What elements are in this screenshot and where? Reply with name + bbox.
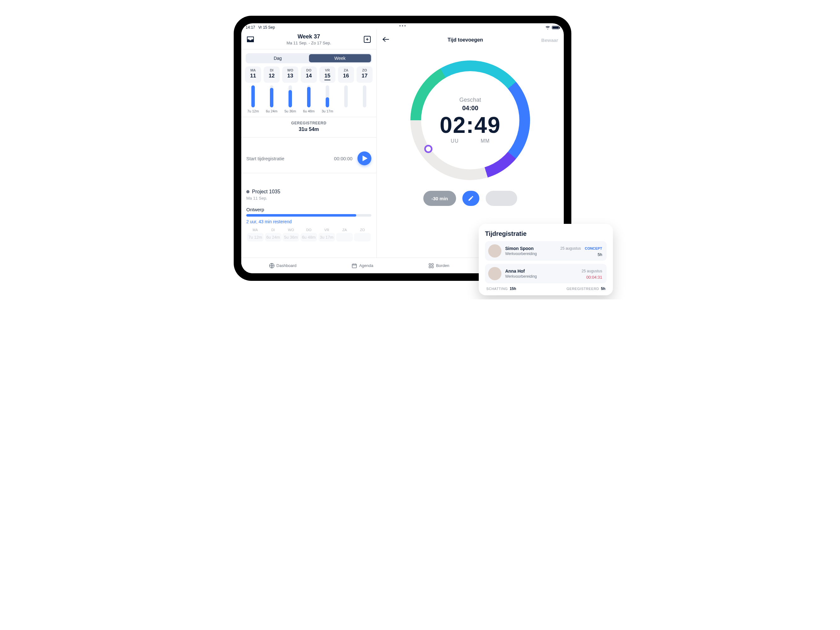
mini-day-label: ZA (336, 228, 354, 232)
segment-dag[interactable]: Dag (246, 54, 309, 62)
mini-week-row: MA7u 12mDI6u 24mWO5u 36mDO6u 48mVR3u 17m… (246, 228, 371, 241)
day-number: 15 (324, 73, 330, 80)
mini-day-value: 7u 12m (247, 233, 264, 241)
plus-30-button-hidden[interactable] (486, 191, 517, 206)
project-date: Ma 11 Sep. (246, 196, 371, 200)
bottom-nav: Dashboard Agenda Borden Tijdregistr (241, 258, 377, 272)
day-duration: 7u 12m (245, 109, 261, 113)
nav-dashboard[interactable]: Dashboard (269, 263, 297, 269)
nav-agenda[interactable]: Agenda (352, 263, 373, 269)
bar-fill (270, 88, 273, 107)
globe-icon (269, 263, 275, 269)
remaining-label: 2 uur, 43 min resterend (246, 219, 371, 224)
avatar (488, 267, 501, 280)
back-button[interactable] (382, 36, 389, 43)
day-number: 16 (338, 73, 354, 79)
day-number: 17 (357, 73, 373, 79)
save-button[interactable]: Bewaar (542, 38, 558, 43)
inbox-icon[interactable] (246, 35, 254, 43)
day-duration (357, 109, 373, 113)
play-button[interactable] (357, 151, 371, 165)
time-dial[interactable]: Geschat 04:00 02:49 UU MM (411, 60, 530, 180)
day-cell[interactable]: DO14 (301, 66, 317, 83)
summary-label: GEREGISTREERD (241, 121, 376, 125)
day-number: 12 (264, 73, 280, 79)
pencil-icon (468, 195, 474, 202)
project-name: Project 1035 (252, 189, 280, 195)
overlay-est-label: SCHATTING (486, 287, 508, 291)
calendar-icon (352, 263, 357, 269)
entry-row[interactable]: Simon Spoon Werkvoorbereiding 25 augustu… (485, 241, 606, 261)
day-cell[interactable]: ZO17 (357, 66, 373, 83)
day-abbr: ZO (357, 68, 373, 72)
entry-row[interactable]: Anna Hof Werkvoorbereiding 25 augustus 0… (485, 264, 606, 284)
summary-registered: GEREGISTREERD 31u 54m (241, 117, 376, 138)
mini-day-label: VR (318, 228, 336, 232)
add-button[interactable] (363, 35, 371, 43)
dial-center: Geschat 04:00 02:49 UU MM (421, 71, 519, 169)
bar-track (326, 85, 329, 107)
plus-icon (364, 36, 371, 43)
mini-day-value (354, 233, 371, 241)
view-segment: Dag Week (246, 53, 372, 63)
day-duration (338, 109, 354, 113)
entry-sub: Werkvoorbereiding (505, 274, 578, 279)
day-abbr: ZA (338, 68, 354, 72)
summary-value: 31u 54m (241, 126, 376, 132)
overlay-title: Tijdregistratie (485, 230, 606, 238)
minus-30-button[interactable]: -30 min (423, 191, 456, 206)
mini-day-value: 6u 48m (300, 233, 317, 241)
day-duration: 5u 36m (282, 109, 298, 113)
wifi-icon (546, 26, 550, 29)
entry-hours: 5h (560, 252, 602, 257)
day-cell[interactable]: ZA16 (338, 66, 354, 83)
status-bar: 14:17 Vr 15 Sep (241, 23, 564, 30)
mini-day-value: 5u 36m (283, 233, 299, 241)
day-abbr: WO (282, 68, 298, 72)
day-duration: 6u 24m (264, 109, 280, 113)
day-cell[interactable]: DI12 (264, 66, 280, 83)
unit-mm: MM (481, 138, 490, 144)
time-registration-overlay: Tijdregistratie Simon Spoon Werkvoorbere… (479, 224, 613, 295)
project-task: Ontwerp (246, 207, 371, 212)
day-cell[interactable]: VR15 (319, 66, 335, 83)
mini-day-label: DI (264, 228, 282, 232)
bar-track (270, 85, 273, 107)
project-card[interactable]: Project 1035 Ma 11 Sep. Ontwerp 2 uur, 4… (241, 183, 376, 243)
dial-knob[interactable] (424, 145, 433, 153)
entry-date: 25 augustus (560, 246, 581, 250)
header-title: Week 37 (254, 33, 363, 40)
status-time: 14:17 (246, 25, 255, 30)
start-timer-value: 00:00:00 (334, 156, 352, 161)
mini-day-label: ZO (354, 228, 371, 232)
bar-fill (251, 85, 255, 107)
entry-sub: Werkvoorbereiding (505, 252, 557, 256)
start-timer-placeholder[interactable]: Start tijdregistratie (246, 156, 284, 161)
progress-track (246, 214, 371, 217)
right-title: Tijd toevoegen (448, 37, 483, 43)
status-date: Vr 15 Sep (258, 25, 275, 30)
entry-name: Anna Hof (505, 269, 578, 274)
bar-track (289, 85, 292, 107)
entry-running-time: 00:04:31 (582, 275, 602, 280)
battery-icon (552, 26, 559, 29)
day-number: 14 (301, 73, 317, 79)
mini-day-value (336, 233, 353, 241)
segment-week[interactable]: Week (309, 54, 371, 62)
mini-day-label: MA (246, 228, 264, 232)
day-cell[interactable]: MA11 (245, 66, 261, 83)
avatar (488, 244, 501, 258)
concept-badge: CONCEPT (585, 247, 602, 250)
estimate-label: Geschat (459, 97, 481, 103)
day-cell[interactable]: WO13 (282, 66, 298, 83)
status-handle-icon (399, 25, 406, 27)
project-status-dot (246, 190, 249, 193)
bar-track (307, 85, 311, 107)
mini-day-label: WO (282, 228, 300, 232)
mini-day-value: 3u 17m (319, 233, 335, 241)
edit-button[interactable] (463, 191, 479, 206)
week-bar-chart (241, 85, 376, 107)
entry-name: Simon Spoon (505, 246, 557, 251)
mini-day-label: DO (300, 228, 318, 232)
bar-track (363, 85, 366, 107)
